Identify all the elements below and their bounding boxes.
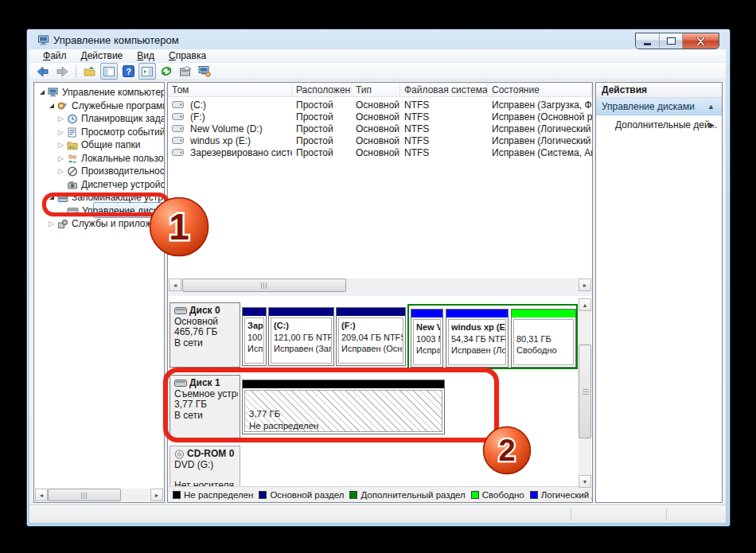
sidebar-item-event-viewer[interactable]: ▷ Просмотр событий <box>34 126 165 138</box>
console-window-button[interactable] <box>100 63 118 80</box>
legend-item: Логический диск <box>530 490 593 500</box>
computer-gear-icon <box>198 65 211 77</box>
menu-help[interactable]: Справка <box>162 50 213 62</box>
menu-view[interactable]: Вид <box>130 50 162 62</box>
expander-none <box>57 181 65 189</box>
menu-file[interactable]: Файл <box>36 50 74 62</box>
scroll-down-button[interactable]: ▼ <box>579 475 591 488</box>
table-row[interactable]: windus xp (E:) Простой Основной NTFS Исп… <box>168 134 592 146</box>
window-title: Управление компьютером <box>53 34 179 46</box>
refresh-button[interactable] <box>158 63 175 80</box>
partition-system-reserved[interactable]: Зар100Исп <box>242 307 267 366</box>
expander-collapsed-icon[interactable]: ▷ <box>47 220 56 228</box>
volume-list-header: Том Расположение Тип Файловая система Со… <box>168 83 592 97</box>
scroll-thumb[interactable] <box>48 489 121 501</box>
sidebar-item-local-users[interactable]: ▷ Локальные пользовате <box>34 152 165 165</box>
svg-text:1: 1 <box>169 206 189 247</box>
sidebar-item-services[interactable]: ▷ Службы и приложения <box>34 217 165 230</box>
expander-collapsed-icon[interactable]: ▷ <box>57 154 65 163</box>
help-button[interactable]: ? <box>119 63 137 80</box>
back-button[interactable] <box>34 63 52 80</box>
tree-horizontal-scrollbar[interactable]: ◄ ► <box>35 489 163 501</box>
partition-c[interactable]: (C:)121,00 ГБ NTFSИсправен (Заг <box>268 307 334 366</box>
scroll-left-button[interactable]: ◄ <box>169 278 181 291</box>
partition-new-volume-d[interactable]: New V1003 МИспра <box>411 309 443 368</box>
actions-item-more-actions[interactable]: Дополнительные дей... ▶ <box>596 115 722 134</box>
partition-color-bar <box>337 308 405 316</box>
volume-icon <box>172 137 184 144</box>
sidebar-item-label: Просмотр событий <box>81 127 165 138</box>
actions-header: Действия <box>596 83 722 98</box>
forward-button[interactable] <box>53 63 71 80</box>
scroll-thumb[interactable] <box>182 278 346 292</box>
legend-swatch-primary <box>259 491 267 499</box>
column-header-layout[interactable]: Расположение <box>292 83 352 96</box>
sidebar-item-label: Планировщик заданий <box>81 113 165 124</box>
table-row[interactable]: Зарезервировано системой Простой Основно… <box>168 146 592 158</box>
table-row[interactable]: New Volume (D:) Простой Основной NTFS Ис… <box>168 123 592 134</box>
annotation-badge-2: 2 <box>481 425 532 476</box>
column-header-type[interactable]: Тип <box>352 83 400 96</box>
show-console-tree-button[interactable] <box>81 63 99 80</box>
scroll-thumb[interactable] <box>579 345 591 438</box>
table-row[interactable]: (F:) Простой Основной NTFS Исправен (Осн… <box>168 111 592 123</box>
scroll-up-button[interactable]: ▲ <box>579 298 591 311</box>
column-header-volume[interactable]: Том <box>168 83 292 96</box>
services-icon <box>57 219 68 229</box>
minimize-icon <box>644 43 651 45</box>
screenshot-stage: Управление компьютером Файл Действие Вид… <box>0 0 756 553</box>
actions-group-disk-management[interactable]: Управление дисками ▲ <box>596 98 722 115</box>
svg-text:2: 2 <box>498 434 515 467</box>
splitter[interactable] <box>168 292 592 296</box>
close-button[interactable] <box>683 33 719 49</box>
column-header-status[interactable]: Состояние <box>488 83 592 96</box>
cdrom-label[interactable]: CD-ROM 0 DVD (G:) Нет носителя <box>170 446 240 487</box>
expander-collapsed-icon[interactable]: ▷ <box>57 128 65 137</box>
minimize-button[interactable] <box>636 33 660 49</box>
menu-action[interactable]: Действие <box>74 50 131 62</box>
sidebar-item-performance[interactable]: ▷ Производительность <box>34 165 165 177</box>
scroll-right-button[interactable]: ► <box>579 278 591 291</box>
expander-expanded-icon[interactable] <box>47 102 56 111</box>
performance-icon <box>67 166 78 177</box>
sidebar-item-system-tools[interactable]: Служебные программы <box>34 99 165 112</box>
sidebar-item-device-manager[interactable]: Диспетчер устройств <box>34 178 165 191</box>
volume-icon <box>172 125 184 132</box>
legend-swatch-unallocated <box>173 491 181 499</box>
partition-free-space[interactable]: 80,31 ГБСвободно <box>511 309 576 368</box>
sidebar-item-label: Управление компьютером (л <box>62 87 165 98</box>
column-header-filesystem[interactable]: Файловая система <box>400 83 488 96</box>
sidebar-item-shared-folders[interactable]: ▷ Общие папки <box>34 138 165 151</box>
properties-button[interactable] <box>196 63 213 80</box>
table-row[interactable]: (C:) Простой Основной NTFS Исправен (Заг… <box>168 99 592 111</box>
sidebar-item-computer-management[interactable]: Управление компьютером (л <box>34 86 165 99</box>
computer-icon <box>48 88 59 98</box>
expander-collapsed-icon[interactable]: ▷ <box>57 115 65 123</box>
partition-color-bar <box>512 310 575 317</box>
partition-windus-xp-e[interactable]: windus xp (E54,34 ГБ NTFSИсправен (Ло <box>446 309 509 368</box>
disk-view-vertical-scrollbar[interactable]: ▲ ▼ <box>579 298 591 488</box>
export-list-button[interactable] <box>177 63 194 80</box>
expander-collapsed-icon[interactable]: ▷ <box>57 167 65 176</box>
refresh-icon <box>160 65 173 77</box>
legend-item: Основной раздел <box>259 490 344 500</box>
disk-icon <box>174 307 187 314</box>
title-bar[interactable]: Управление компьютером <box>29 32 726 49</box>
caption-buttons <box>635 33 719 49</box>
partition-color-bar <box>411 310 442 317</box>
disk0-label[interactable]: Диск 0 Основной 465,76 ГБ В сети <box>170 302 240 368</box>
action-pane-icon <box>142 67 153 76</box>
expander-expanded-icon[interactable] <box>37 88 46 97</box>
sidebar-item-task-scheduler[interactable]: ▷ Планировщик заданий <box>34 112 165 125</box>
cd-rom-icon <box>174 450 185 459</box>
restore-button[interactable] <box>660 33 683 49</box>
list-horizontal-scrollbar[interactable]: ◄ ► <box>169 278 591 292</box>
scroll-right-button[interactable]: ► <box>150 489 163 501</box>
expander-collapsed-icon[interactable]: ▷ <box>57 141 65 150</box>
sidebar-item-label: Служебные программы <box>72 100 165 111</box>
sidebar-item-label: Локальные пользовате <box>81 153 165 164</box>
scroll-left-button[interactable]: ◄ <box>35 489 48 501</box>
collapse-icon[interactable]: ▲ <box>707 103 715 111</box>
action-pane-button[interactable] <box>138 63 156 80</box>
partition-f[interactable]: (F:)209,04 ГБ NTFSИсправен (Осн <box>336 307 406 366</box>
